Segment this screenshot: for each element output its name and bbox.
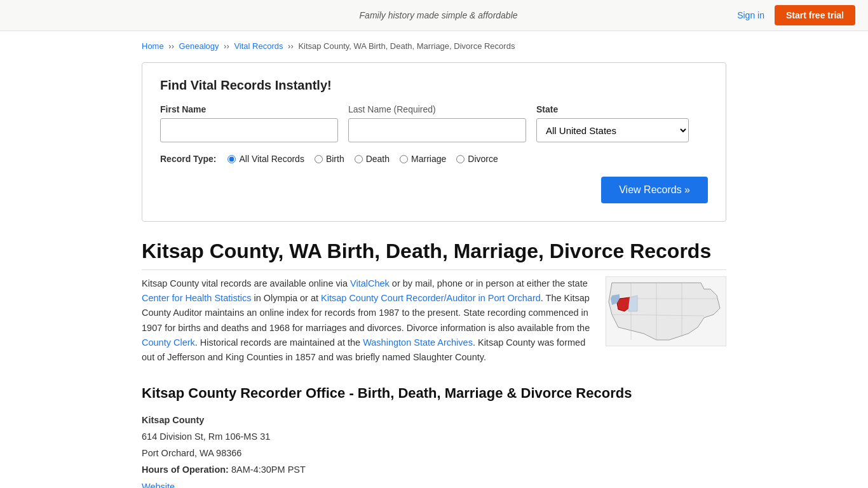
record-type-death[interactable]: Death (355, 154, 390, 164)
search-title: Find Vital Records Instantly! (160, 78, 708, 93)
breadcrumb-genealogy[interactable]: Genealogy (179, 41, 219, 51)
content-paragraph: Kitsap County vital records are availabl… (142, 276, 593, 365)
record-type-options: All Vital Records Birth Death Marriage D… (227, 154, 498, 164)
last-name-label: Last Name (Required) (348, 104, 526, 114)
record-type-divorce[interactable]: Divorce (456, 154, 498, 164)
breadcrumb: Home ›› Genealogy ›› Vital Records ›› Ki… (142, 41, 726, 51)
tagline: Family history made simple & affordable (140, 10, 737, 20)
breadcrumb-home[interactable]: Home (142, 41, 164, 51)
center-health-link[interactable]: Center for Health Statistics (142, 293, 251, 303)
vitalchek-link[interactable]: VitalChek (350, 278, 390, 288)
content-text: Kitsap County vital records are availabl… (142, 276, 593, 365)
state-label: State (536, 104, 689, 114)
washington-map (606, 276, 726, 346)
wa-archives-link[interactable]: Washington State Archives (363, 337, 473, 348)
content-section: Kitsap County vital records are availabl… (142, 276, 726, 365)
address-line2: Port Orchard, WA 98366 (142, 445, 726, 461)
page-title: Kitsap County, WA Birth, Death, Marriage… (142, 240, 726, 270)
hours-value: 8AM-4:30PM PST (231, 464, 306, 475)
county-clerk-link[interactable]: County Clerk (142, 337, 195, 348)
address-line1: 614 Division St, Rm 106-MS 31 (142, 428, 726, 445)
breadcrumb-vital-records[interactable]: Vital Records (234, 41, 283, 51)
radio-birth[interactable] (315, 155, 323, 163)
sign-in-link[interactable]: Sign in (737, 10, 764, 20)
section2-heading: Kitsap County Recorder Office - Birth, D… (142, 385, 726, 402)
record-type-all[interactable]: All Vital Records (227, 154, 304, 164)
topbar: Family history made simple & affordable … (0, 0, 868, 31)
last-name-group: Last Name (Required) (348, 104, 526, 142)
chevron-icon: ›› (168, 41, 176, 51)
court-recorder-link[interactable]: Kitsap County Court Recorder/Auditor in … (321, 293, 541, 303)
radio-all-vital[interactable] (227, 155, 236, 163)
last-name-input[interactable] (348, 118, 526, 142)
breadcrumb-current: Kitsap County, WA Birth, Death, Marriage… (298, 41, 515, 51)
view-records-button[interactable]: View Records » (601, 177, 708, 203)
radio-death[interactable] (355, 155, 363, 163)
first-name-input[interactable] (160, 118, 338, 142)
view-records-row: View Records » (160, 177, 708, 203)
search-box: Find Vital Records Instantly! First Name… (142, 62, 726, 222)
radio-divorce[interactable] (456, 155, 465, 163)
main-content: Home ›› Genealogy ›› Vital Records ›› Ki… (129, 31, 739, 488)
chevron-icon-3: ›› (288, 41, 295, 51)
start-trial-button[interactable]: Start free trial (775, 5, 855, 25)
website-link[interactable]: Website (142, 482, 175, 489)
topbar-actions: Sign in Start free trial (737, 5, 855, 25)
map-container (606, 276, 726, 365)
address-block: Kitsap County 614 Division St, Rm 106-MS… (142, 412, 726, 488)
record-type-row: Record Type: All Vital Records Birth Dea… (160, 154, 708, 164)
county-name: Kitsap County (142, 415, 204, 425)
radio-marriage[interactable] (400, 155, 408, 163)
state-group: State All United States Alabama Alaska A… (536, 104, 689, 142)
record-type-marriage[interactable]: Marriage (400, 154, 446, 164)
first-name-label: First Name (160, 104, 338, 114)
state-select[interactable]: All United States Alabama Alaska Arizona… (536, 118, 689, 142)
svg-marker-9 (628, 295, 637, 311)
form-row: First Name Last Name (Required) State Al… (160, 104, 708, 142)
chevron-icon-2: ›› (224, 41, 231, 51)
first-name-group: First Name (160, 104, 338, 142)
record-type-label: Record Type: (160, 154, 216, 164)
hours-label: Hours of Operation: (142, 464, 229, 475)
record-type-birth[interactable]: Birth (315, 154, 344, 164)
